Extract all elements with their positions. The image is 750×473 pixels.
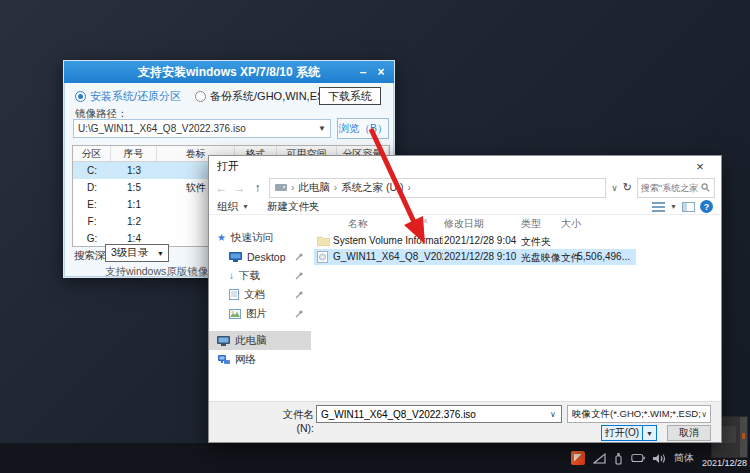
col-date-modified[interactable]: 修改日期 <box>444 217 484 231</box>
file-name: System Volume Informati... <box>333 235 443 246</box>
dialog-footer: 文件名(N): ∨ 映像文件(*.GHO;*.WIM;*.ESD; ∨ 打开(O… <box>209 401 721 442</box>
pin-icon <box>295 253 303 261</box>
new-folder-button[interactable]: 新建文件夹 <box>267 200 320 214</box>
tray-date: 2021/12/28 <box>702 458 747 469</box>
close-icon[interactable]: × <box>687 159 713 174</box>
sidebar-item-downloads[interactable]: ↓ 下载 <box>209 266 311 285</box>
cell-partition: E: <box>73 199 111 210</box>
cell-index: 1:5 <box>111 182 157 193</box>
filename-input[interactable] <box>316 405 562 423</box>
image-path-value: U:\G_WIN11_X64_Q8_V2022.376.iso <box>78 123 246 134</box>
sidebar-item-quick-access[interactable]: ★ 快速访问 <box>209 228 311 247</box>
open-button-dropdown[interactable]: ▼ <box>643 425 657 441</box>
help-icon[interactable]: ? <box>700 200 713 213</box>
sidebar-item-label: 下载 <box>239 269 260 283</box>
open-file-dialog: 打开 × ← → ↑ › 此电脑 › 系统之家 (U:) › ∨ ↻ 组织 ▼ … <box>208 155 722 443</box>
file-name: G_WIN11_X64_Q8_V2022... <box>333 251 443 262</box>
open-button[interactable]: 打开(O) <box>601 425 643 441</box>
chevron-down-icon[interactable]: ∨ <box>550 410 556 419</box>
preview-pane-icon[interactable] <box>682 202 695 212</box>
browse-button[interactable]: 浏览（B） <box>337 118 389 139</box>
breadcrumb-sep-icon: › <box>408 182 411 193</box>
ime-indicator[interactable]: 简体 <box>674 451 694 465</box>
chevron-down-icon[interactable]: ▼ <box>318 124 326 133</box>
dialog-sidebar: ★ 快速访问 Desktop ↓ 下载 文档 图片 <box>209 215 311 401</box>
list-item[interactable]: System Volume Informati... 2021/12/28 9:… <box>314 233 636 249</box>
breadcrumb[interactable]: › 此电脑 › 系统之家 (U:) › <box>269 178 606 198</box>
volume-icon[interactable] <box>653 453 666 464</box>
dialog-toolbar: 组织 ▼ 新建文件夹 ▼ ? <box>209 199 721 215</box>
mode-radio-group: 安装系统/还原分区 备份系统/GHO,WIN,ES <box>75 89 324 104</box>
list-item-selected[interactable]: G_WIN11_X64_Q8_V2022... 2021/12/28 9:10 … <box>314 249 636 265</box>
sidebar-item-label: 此电脑 <box>235 334 267 348</box>
col-partition: 分区 <box>73 146 111 161</box>
cell-partition: F: <box>73 216 111 227</box>
list-view-icon[interactable] <box>652 202 665 212</box>
disc-image-icon <box>317 251 328 263</box>
radio-install-label: 安装系统/还原分区 <box>90 89 181 104</box>
dialog-titlebar[interactable]: 打开 × <box>209 156 721 176</box>
sidebar-item-label: Desktop <box>247 251 286 263</box>
refresh-icon[interactable]: ↻ <box>623 181 632 194</box>
file-list-header: 名称 ∧ 修改日期 类型 大小 <box>311 215 721 231</box>
cancel-button[interactable]: 取消 <box>667 425 711 441</box>
cell-partition: G: <box>73 233 111 244</box>
sidebar-item-network[interactable]: 网络 <box>209 350 311 369</box>
sidebar-item-this-pc[interactable]: 此电脑 <box>209 331 311 350</box>
breadcrumb-sep-icon: › <box>334 182 337 193</box>
image-path-combobox[interactable]: U:\G_WIN11_X64_Q8_V2022.376.iso ▼ <box>73 119 331 138</box>
search-depth-combobox[interactable]: 3级目录 ▼ <box>105 244 169 262</box>
star-icon: ★ <box>217 232 226 243</box>
col-size[interactable]: 大小 <box>561 217 581 231</box>
address-dropdown-icon[interactable]: ∨ <box>611 183 618 193</box>
breadcrumb-sep-icon: › <box>291 182 294 193</box>
cell-partition: C: <box>73 165 111 176</box>
sidebar-item-desktop[interactable]: Desktop <box>209 247 311 266</box>
file-size: 5,506,496... <box>566 251 630 262</box>
download-system-button[interactable]: 下载系统 <box>319 87 381 105</box>
radio-backup[interactable]: 备份系统/GHO,WIN,ES <box>195 89 324 104</box>
radio-install-restore[interactable]: 安装系统/还原分区 <box>75 89 181 104</box>
filetype-combobox[interactable]: 映像文件(*.GHO;*.WIM;*.ESD; ∨ <box>567 405 711 423</box>
chevron-down-icon[interactable]: ▼ <box>242 203 249 210</box>
dialog-navbar: ← → ↑ › 此电脑 › 系统之家 (U:) › ∨ ↻ <box>209 176 721 199</box>
col-type[interactable]: 类型 <box>521 217 541 231</box>
up-icon[interactable]: ↑ <box>251 181 264 195</box>
back-icon[interactable]: ← <box>215 181 228 195</box>
search-input[interactable] <box>641 183 701 193</box>
tray-app-icon[interactable] <box>571 451 585 465</box>
document-icon <box>229 289 239 300</box>
sidebar-item-label: 网络 <box>235 353 256 367</box>
dialog-title: 打开 <box>217 159 239 174</box>
sort-asc-icon: ∧ <box>423 217 428 225</box>
breadcrumb-this-pc[interactable]: 此电脑 <box>298 181 330 195</box>
cell-index: 1:1 <box>111 199 157 210</box>
computer-icon <box>217 336 230 346</box>
sidebar-item-label: 图片 <box>246 307 267 321</box>
breadcrumb-drive-u[interactable]: 系统之家 (U:) <box>341 181 403 195</box>
search-depth-value: 3级目录 <box>111 246 148 260</box>
chevron-down-icon[interactable]: ▼ <box>670 203 677 210</box>
folder-icon <box>317 235 330 246</box>
picture-icon <box>229 309 241 319</box>
minimize-icon[interactable]: – <box>354 65 372 79</box>
pin-icon <box>295 291 303 299</box>
power-icon[interactable] <box>631 453 645 463</box>
close-icon[interactable]: × <box>372 65 390 79</box>
network-status-icon[interactable] <box>593 453 606 464</box>
search-box[interactable] <box>637 178 715 198</box>
search-icon <box>701 183 710 192</box>
chevron-down-icon: ▼ <box>157 250 164 257</box>
drive-icon <box>275 183 287 192</box>
filename-label: 文件名(N): <box>266 408 314 434</box>
file-date: 2021/12/28 9:04 <box>444 235 519 246</box>
forward-icon[interactable]: → <box>233 181 246 195</box>
file-type: 文件夹 <box>521 235 581 249</box>
installer-titlebar[interactable]: 支持安装windows XP/7/8/10 系统 – × <box>64 61 394 83</box>
download-icon: ↓ <box>229 270 234 281</box>
sidebar-item-pictures[interactable]: 图片 <box>209 304 311 323</box>
sidebar-item-documents[interactable]: 文档 <box>209 285 311 304</box>
col-name[interactable]: 名称 <box>348 217 368 231</box>
organize-button[interactable]: 组织 <box>217 200 238 214</box>
usb-icon[interactable] <box>614 452 623 465</box>
